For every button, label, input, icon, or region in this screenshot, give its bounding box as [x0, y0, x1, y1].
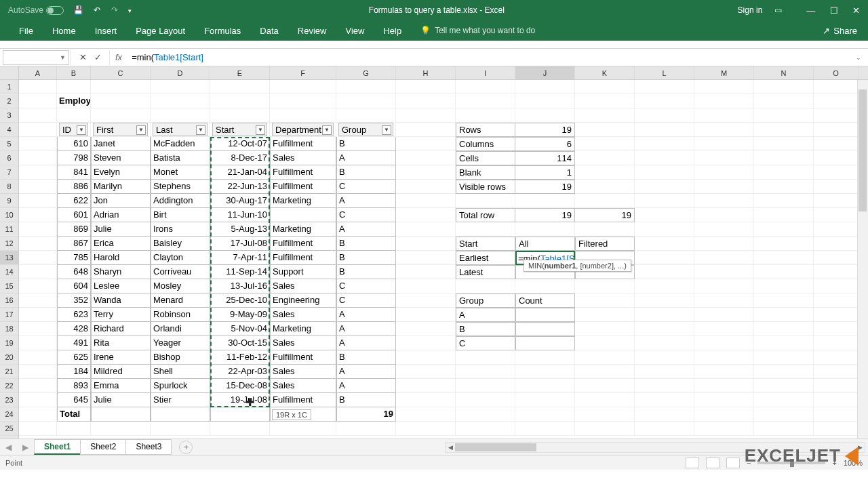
cell[interactable]: C — [456, 336, 515, 350]
cell[interactable] — [694, 322, 754, 336]
cell[interactable]: 22-Jun-13 — [210, 180, 270, 194]
cell[interactable]: Menard — [151, 293, 210, 308]
cell[interactable]: Start▼ — [210, 123, 270, 137]
row-header[interactable]: 5 — [0, 137, 18, 151]
enter-icon[interactable]: ✓ — [92, 52, 104, 62]
cell[interactable]: B — [336, 265, 396, 279]
cell[interactable] — [754, 123, 814, 137]
cell[interactable] — [754, 279, 814, 293]
cell[interactable] — [814, 80, 859, 94]
col-header[interactable]: L — [635, 66, 694, 79]
cell[interactable]: 30-Oct-15 — [210, 336, 270, 350]
row-header[interactable]: 23 — [0, 393, 18, 407]
cell[interactable]: 886 — [57, 180, 91, 194]
cell[interactable] — [210, 407, 270, 422]
cell[interactable]: Fulfillment — [270, 393, 336, 407]
cell[interactable] — [635, 350, 694, 365]
cell[interactable] — [456, 393, 515, 407]
cell[interactable] — [19, 265, 57, 279]
col-header[interactable]: K — [575, 66, 635, 79]
cell[interactable] — [515, 108, 575, 123]
cell[interactable] — [694, 108, 754, 123]
cell[interactable]: Fulfillment — [270, 180, 336, 194]
cell[interactable]: A — [336, 222, 396, 237]
cell[interactable] — [151, 108, 210, 123]
cell[interactable] — [575, 180, 635, 194]
tab-insert[interactable]: Insert — [85, 22, 127, 40]
cell[interactable] — [694, 194, 754, 208]
cell[interactable] — [814, 208, 859, 222]
cell[interactable] — [754, 322, 814, 336]
cell[interactable] — [635, 165, 694, 180]
cell[interactable] — [635, 407, 694, 422]
cell[interactable]: Bishop — [151, 350, 210, 365]
cell[interactable] — [694, 279, 754, 293]
row-header[interactable]: 21 — [0, 365, 18, 379]
cell[interactable] — [754, 422, 814, 436]
cell[interactable]: 645 — [57, 393, 91, 407]
cell[interactable] — [694, 407, 754, 422]
cell[interactable] — [814, 123, 859, 137]
cell[interactable] — [635, 336, 694, 350]
row-header[interactable]: 8 — [0, 180, 18, 194]
cell[interactable]: 19-Jul-08 — [210, 393, 270, 407]
cell[interactable] — [814, 194, 859, 208]
tab-home[interactable]: Home — [43, 22, 85, 40]
cell[interactable]: 1 — [515, 165, 575, 180]
col-header[interactable]: E — [210, 66, 270, 79]
cell[interactable]: B — [336, 393, 396, 407]
sheet-tab[interactable]: Sheet3 — [125, 439, 172, 455]
cell[interactable] — [210, 80, 270, 94]
row-header[interactable]: 16 — [0, 293, 18, 308]
cell[interactable]: A — [336, 322, 396, 336]
row-header[interactable]: 12 — [0, 237, 18, 251]
formula-expand-icon[interactable]: ⌄ — [849, 54, 868, 61]
cell[interactable] — [814, 180, 859, 194]
cell[interactable] — [635, 137, 694, 151]
cell[interactable] — [754, 94, 814, 108]
cell[interactable] — [575, 407, 635, 422]
cell[interactable] — [754, 165, 814, 180]
cell[interactable]: Adrian — [91, 208, 151, 222]
cell[interactable]: 604 — [57, 279, 91, 293]
cell[interactable]: Fulfillment — [270, 165, 336, 180]
cell[interactable] — [270, 422, 336, 436]
cell[interactable]: Total — [57, 407, 91, 422]
cell[interactable]: C — [336, 208, 396, 222]
cell[interactable] — [396, 407, 456, 422]
cell[interactable]: Rita — [91, 336, 151, 350]
cell[interactable] — [575, 123, 635, 137]
cell[interactable] — [575, 379, 635, 393]
tab-page-layout[interactable]: Page Layout — [126, 22, 195, 40]
cell[interactable] — [19, 151, 57, 165]
cell[interactable] — [694, 208, 754, 222]
cell[interactable] — [515, 350, 575, 365]
cell[interactable]: 19 — [336, 407, 396, 422]
row-header[interactable]: 10 — [0, 208, 18, 222]
cell[interactable] — [270, 108, 336, 123]
cell[interactable]: Wanda — [91, 293, 151, 308]
row-header[interactable]: 24 — [0, 407, 18, 422]
cell[interactable]: 19 — [515, 123, 575, 137]
cell[interactable]: Last▼ — [151, 123, 210, 137]
cell[interactable]: 6 — [515, 137, 575, 151]
cell[interactable]: B — [456, 322, 515, 336]
cell[interactable]: Total row — [456, 208, 515, 222]
cell[interactable] — [814, 293, 859, 308]
cell[interactable] — [694, 237, 754, 251]
cell[interactable] — [635, 180, 694, 194]
cell[interactable]: 841 — [57, 165, 91, 180]
row-header[interactable]: 7 — [0, 165, 18, 180]
cell[interactable] — [575, 137, 635, 151]
cell[interactable] — [57, 108, 91, 123]
cell[interactable] — [336, 422, 396, 436]
cell[interactable]: Filtered — [575, 237, 635, 251]
cell[interactable] — [754, 365, 814, 379]
filter-dropdown-icon[interactable]: ▼ — [382, 125, 391, 135]
cell[interactable]: A — [336, 151, 396, 165]
cell[interactable] — [19, 208, 57, 222]
col-header[interactable]: O — [814, 66, 859, 79]
prev-sheet-icon[interactable]: ◀ — [0, 443, 17, 452]
cell[interactable] — [575, 308, 635, 322]
col-header[interactable]: B — [57, 66, 91, 79]
